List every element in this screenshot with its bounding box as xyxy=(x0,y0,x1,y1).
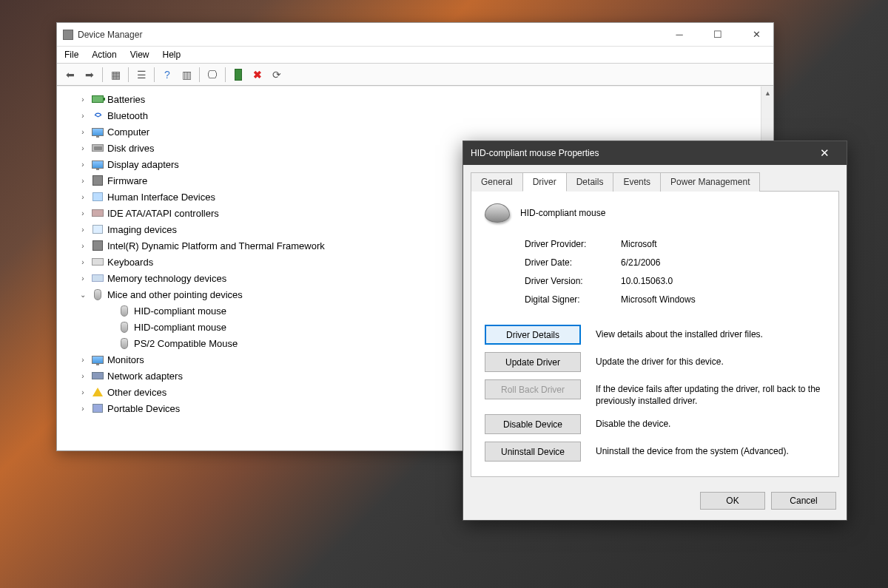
dialog-footer: OK Cancel xyxy=(463,484,847,520)
window-title: Device Manager xyxy=(78,30,142,40)
tree-item-label: Disk drives xyxy=(107,143,155,154)
driver-info: Driver Provider: Microsoft Driver Date: … xyxy=(485,239,825,313)
chevron-icon[interactable]: › xyxy=(78,112,88,120)
driver-version-label: Driver Version: xyxy=(525,276,621,286)
mouse-icon xyxy=(485,203,510,223)
roll-back-driver-desc: If the device fails after updating the d… xyxy=(596,379,825,407)
driver-provider-value: Microsoft xyxy=(621,239,657,249)
ok-button[interactable]: OK xyxy=(700,492,765,510)
uninstall-device-button[interactable]: Uninstall Device xyxy=(485,442,581,462)
tree-item[interactable]: ›⌔Bluetooth xyxy=(64,107,758,124)
titlebar: Device Manager ─ ☐ ✕ xyxy=(57,23,773,47)
disable-device-button[interactable]: Disable Device xyxy=(485,414,581,434)
mouse-icon xyxy=(94,289,101,300)
update-driver-toolbar-button[interactable]: 🖵 xyxy=(204,66,221,84)
chevron-icon[interactable]: › xyxy=(78,193,88,201)
chevron-icon[interactable]: › xyxy=(78,144,88,152)
show-hide-tree-button[interactable]: ▦ xyxy=(107,66,124,84)
chevron-icon[interactable]: › xyxy=(78,372,88,380)
chevron-icon[interactable]: › xyxy=(78,128,88,136)
enable-device-toolbar-button[interactable] xyxy=(229,66,247,84)
chevron-icon[interactable]: › xyxy=(78,258,88,266)
digital-signer-value: Microsoft Windows xyxy=(621,294,696,305)
tree-item-label: PS/2 Compatible Mouse xyxy=(134,338,238,349)
tree-item[interactable]: ›Computer xyxy=(64,124,758,140)
disk-icon xyxy=(92,144,104,152)
menu-action[interactable]: Action xyxy=(92,50,116,60)
ide-icon xyxy=(92,209,104,217)
forward-button[interactable]: ➡ xyxy=(81,66,98,84)
tree-item-label: Batteries xyxy=(107,94,145,105)
hid-icon xyxy=(92,192,103,201)
chevron-icon[interactable]: › xyxy=(78,209,88,217)
chevron-icon[interactable]: › xyxy=(78,226,88,234)
tree-item-label: Firmware xyxy=(107,175,147,186)
tab-driver[interactable]: Driver xyxy=(522,172,567,192)
tree-item-label: Keyboards xyxy=(107,257,153,268)
menu-help[interactable]: Help xyxy=(163,50,181,60)
update-driver-button[interactable]: Update Driver xyxy=(485,352,581,372)
monitor-icon xyxy=(92,356,104,364)
chevron-icon[interactable]: › xyxy=(78,160,88,169)
back-button[interactable]: ⬅ xyxy=(61,66,79,84)
tree-item-label: Intel(R) Dynamic Platform and Thermal Fr… xyxy=(107,240,325,251)
tab-content: HID-compliant mouse Driver Provider: Mic… xyxy=(471,191,839,477)
tab-general[interactable]: General xyxy=(471,172,523,192)
properties-toolbar-button[interactable]: ☰ xyxy=(132,66,150,84)
tree-item-label: Computer xyxy=(107,126,149,138)
tree-item[interactable]: ›Batteries xyxy=(64,91,758,107)
close-button[interactable]: ✕ xyxy=(739,23,773,47)
mouse-icon xyxy=(121,322,128,333)
tree-item-label: HID-compliant mouse xyxy=(134,322,226,333)
menu-view[interactable]: View xyxy=(130,50,149,60)
battery-icon xyxy=(92,95,104,103)
chevron-icon[interactable]: ⌄ xyxy=(78,291,88,299)
chevron-icon[interactable]: › xyxy=(78,405,88,413)
chevron-icon[interactable]: › xyxy=(78,356,88,364)
cancel-button[interactable]: Cancel xyxy=(771,492,836,510)
driver-date-label: Driver Date: xyxy=(525,257,621,268)
disable-device-desc: Disable the device. xyxy=(596,414,825,430)
mouse-icon xyxy=(121,305,128,317)
chip-icon xyxy=(92,240,103,251)
tree-item-label: Mice and other pointing devices xyxy=(107,289,243,300)
menu-file[interactable]: File xyxy=(64,50,78,60)
tree-item-label: Bluetooth xyxy=(107,110,148,121)
driver-details-desc: View details about the installed driver … xyxy=(596,325,825,340)
tab-power-management[interactable]: Power Management xyxy=(660,172,760,192)
chip-icon xyxy=(92,175,103,186)
tree-item-label: Portable Devices xyxy=(107,403,180,414)
nic-icon xyxy=(92,372,104,379)
tab-strip: General Driver Details Events Power Mana… xyxy=(463,165,847,192)
tree-item-label: Display adapters xyxy=(107,159,179,170)
monitor-icon xyxy=(92,128,104,136)
dialog-title: HID-compliant mouse Properties xyxy=(471,148,599,158)
minimize-button[interactable]: ─ xyxy=(662,23,696,47)
uninstall-device-toolbar-button[interactable]: ✖ xyxy=(249,66,266,84)
driver-provider-label: Driver Provider: xyxy=(525,239,621,249)
tree-item-label: Network adapters xyxy=(107,371,183,382)
chevron-icon[interactable]: › xyxy=(78,242,88,250)
tree-item-label: IDE ATA/ATAPI controllers xyxy=(107,208,219,219)
scroll-up-icon[interactable]: ▲ xyxy=(761,87,774,99)
warn-icon xyxy=(92,388,103,396)
tree-item-label: Imaging devices xyxy=(107,224,177,235)
cam-icon xyxy=(92,225,103,234)
device-manager-icon xyxy=(63,30,73,40)
tab-details[interactable]: Details xyxy=(566,172,614,192)
monitor-icon xyxy=(92,160,104,169)
driver-details-button[interactable]: Driver Details xyxy=(485,325,581,345)
digital-signer-label: Digital Signer: xyxy=(525,294,621,305)
chevron-icon[interactable]: › xyxy=(78,388,88,396)
dialog-close-button[interactable]: ✕ xyxy=(810,141,839,165)
scan-hardware-button[interactable]: ▥ xyxy=(178,66,195,84)
maximize-button[interactable]: ☐ xyxy=(701,23,735,47)
help-toolbar-button[interactable]: ? xyxy=(158,66,176,84)
chevron-icon[interactable]: › xyxy=(78,274,88,283)
tab-events[interactable]: Events xyxy=(613,172,661,192)
chevron-icon[interactable]: › xyxy=(78,95,88,104)
chevron-icon[interactable]: › xyxy=(78,177,88,185)
scan-for-changes-button[interactable]: ⟳ xyxy=(268,66,286,84)
update-driver-desc: Update the driver for this device. xyxy=(596,352,825,368)
bluetooth-icon: ⌔ xyxy=(95,109,101,122)
